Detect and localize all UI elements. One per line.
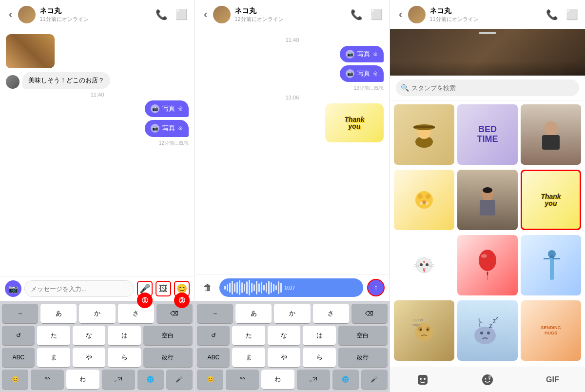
call-icon-2[interactable]: 📞: [351, 9, 363, 20]
svg-point-48: [420, 378, 422, 380]
avatar-1: [18, 6, 36, 23]
sticker-search-input[interactable]: [396, 79, 579, 96]
back-button-1[interactable]: ‹: [7, 6, 14, 23]
wave-bar: [241, 282, 243, 293]
sticker-tab-emoji[interactable]: [455, 367, 520, 392]
kbd-ra[interactable]: ら: [108, 348, 140, 367]
image-button-1[interactable]: 🖼: [156, 281, 171, 296]
kbd2-ha[interactable]: は: [303, 326, 335, 345]
call-icon-1[interactable]: 📞: [156, 9, 168, 20]
sticker-item-woman2[interactable]: [457, 170, 518, 230]
kbd2-row-1: → あ か さ ⌫: [197, 304, 388, 323]
camera-button-1[interactable]: 📷: [5, 280, 21, 297]
back-button-3[interactable]: ‹: [397, 6, 404, 23]
send-voice-button[interactable]: ↑: [367, 279, 385, 296]
ty-thank: Thank: [541, 193, 561, 200]
video-icon-3[interactable]: ⬜: [566, 9, 578, 20]
kbd-ha[interactable]: は: [108, 326, 140, 345]
kbd-emoji[interactable]: 😊: [2, 370, 28, 389]
kbd2-ra[interactable]: ら: [303, 348, 335, 367]
sticker-item-goodnight[interactable]: Good Night: [394, 300, 454, 361]
kbd2-ta[interactable]: た: [232, 326, 265, 345]
wave-bar: [275, 285, 277, 290]
kbd-caret[interactable]: ^^: [31, 370, 64, 389]
kbd-a[interactable]: あ: [40, 304, 77, 323]
video-icon-2[interactable]: ⬜: [370, 9, 383, 20]
kbd2-enter[interactable]: 改行: [338, 348, 388, 367]
sticker-button-1[interactable]: 😊 ②: [174, 281, 190, 296]
wave-bar: [271, 282, 272, 293]
svg-rect-32: [544, 258, 549, 259]
kbd-abc[interactable]: ABC: [2, 348, 35, 367]
contact-name-2: ネコ丸: [234, 6, 347, 16]
sticker-item-balloon[interactable]: [457, 235, 518, 295]
online-status-1: 11分前にオンライン: [39, 16, 152, 23]
contact-name-3: ネコ丸: [429, 6, 542, 16]
kbd2-arrow[interactable]: →: [197, 304, 233, 323]
kbd-na[interactable]: な: [73, 326, 105, 345]
kbd-undo[interactable]: ↺: [2, 326, 35, 345]
header-info-1: ネコ丸 11分前にオンライン: [39, 6, 152, 23]
chat-panel-2: ‹ ネコ丸 12分前にオンライン 📞 ⬜ 11:40 📷 写真 ※: [195, 0, 390, 392]
video-icon-1[interactable]: ⬜: [176, 9, 188, 20]
wave-bar: [254, 284, 255, 291]
kbd2-ma[interactable]: ま: [232, 348, 265, 367]
wave-bar: [244, 284, 245, 292]
kbd-mic[interactable]: 🎤: [166, 370, 193, 389]
sticker-item-bedtime[interactable]: BEDTIME: [457, 104, 518, 165]
kbd2-undo[interactable]: ↺: [197, 326, 230, 345]
kbd-ta[interactable]: た: [37, 326, 70, 345]
kbd-arrow[interactable]: →: [2, 304, 38, 323]
sticker-tab-stickers[interactable]: [390, 367, 455, 392]
online-status-3: 11分前にオンライン: [429, 16, 542, 23]
kbd2-space[interactable]: 空白: [338, 326, 388, 345]
sticker-item-zzz[interactable]: Z Z Z: [457, 300, 518, 361]
kbd-space[interactable]: 空白: [143, 326, 193, 345]
kbd2-na[interactable]: な: [268, 326, 300, 345]
message-input-1[interactable]: [24, 280, 134, 297]
kbd-row-1: → あ か さ ⌫: [2, 304, 193, 323]
header-actions-2: 📞 ⬜: [351, 9, 383, 20]
kbd2-emoji[interactable]: 😊: [197, 370, 223, 389]
kbd2-a[interactable]: あ: [235, 304, 272, 323]
call-icon-3[interactable]: 📞: [546, 9, 558, 20]
sending-text: SENDING: [541, 325, 561, 331]
skeleton-sticker-svg: [536, 248, 566, 282]
sticker-tab-gif[interactable]: GIF: [520, 367, 585, 392]
sticker-item-cowboy[interactable]: [394, 104, 454, 165]
mic-button-1[interactable]: 🎤 ①: [137, 281, 153, 296]
back-button-2[interactable]: ‹: [202, 6, 209, 23]
sticker-item-woman1[interactable]: [521, 104, 581, 165]
sticker-item-cat[interactable]: [394, 235, 454, 295]
wave-bar: [256, 281, 257, 294]
kbd2-ya[interactable]: や: [268, 348, 300, 367]
kbd-ya[interactable]: や: [73, 348, 105, 367]
delete-recording-button[interactable]: 🗑: [200, 280, 215, 295]
svg-point-43: [487, 332, 490, 334]
kbd2-sa[interactable]: さ: [313, 304, 349, 323]
sticker-item-pooh[interactable]: [394, 170, 454, 230]
kbd-del[interactable]: ⌫: [156, 304, 193, 323]
kbd-ma[interactable]: ま: [37, 348, 70, 367]
sticker-item-skeleton[interactable]: [521, 235, 581, 295]
kbd2-globe[interactable]: 🌐: [332, 370, 359, 389]
kbd-punct[interactable]: ,.?!: [102, 370, 135, 389]
kbd-ka[interactable]: か: [79, 304, 115, 323]
kbd2-caret[interactable]: ^^: [226, 370, 259, 389]
kbd2-punct[interactable]: ,.?!: [297, 370, 330, 389]
sticker-item-thankyou[interactable]: Thank you: [521, 170, 581, 230]
kbd2-mic[interactable]: 🎤: [361, 370, 388, 389]
kbd2-ka[interactable]: か: [274, 304, 310, 323]
kbd2-abc[interactable]: ABC: [197, 348, 230, 367]
annotation-2: ②: [174, 293, 190, 308]
kbd-enter[interactable]: 改行: [143, 348, 193, 367]
kbd2-wa[interactable]: わ: [261, 370, 294, 389]
svg-point-6: [415, 191, 433, 209]
sticker-item-hugs[interactable]: SENDING HUGS: [521, 300, 581, 361]
kbd2-del[interactable]: ⌫: [351, 304, 388, 323]
header-actions-1: 📞 ⬜: [156, 9, 188, 20]
kbd-globe[interactable]: 🌐: [137, 370, 164, 389]
sticker-panel: ‹ ネコ丸 11分前にオンライン 📞 ⬜ 🔍: [390, 0, 585, 392]
kbd-wa[interactable]: わ: [66, 370, 99, 389]
pooh-sticker-svg: [410, 183, 439, 217]
